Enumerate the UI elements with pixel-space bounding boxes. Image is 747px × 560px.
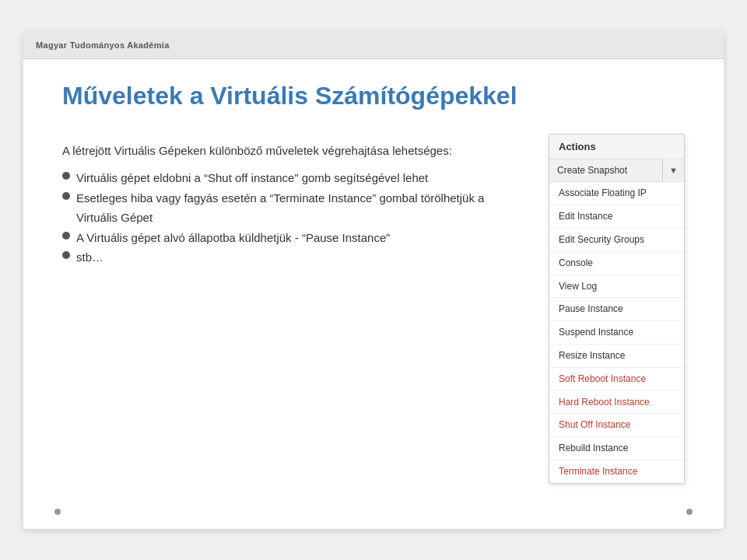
- bullet-text: Esetleges hiba vagy fagyás esetén a “Ter…: [76, 188, 517, 228]
- action-item[interactable]: Terminate Instance: [549, 460, 684, 483]
- action-item[interactable]: Rebuild Instance: [549, 437, 684, 460]
- action-item[interactable]: Shut Off Instance: [549, 414, 684, 437]
- action-item[interactable]: Suspend Instance: [549, 321, 684, 345]
- action-item[interactable]: Console: [549, 252, 684, 275]
- bullet-list: Virtuális gépet eldobni a “Shut off inst…: [62, 168, 517, 268]
- action-item[interactable]: Soft Reboot Instance: [549, 368, 684, 391]
- bullet-text: stb…: [76, 247, 103, 268]
- action-item[interactable]: Edit Security Groups: [549, 229, 684, 252]
- slide: Magyar Tudományos Akadémia Műveletek a V…: [23, 31, 724, 529]
- list-item: stb…: [62, 247, 517, 268]
- action-item[interactable]: Pause Instance: [549, 298, 684, 321]
- bullet-dot-icon: [62, 232, 70, 240]
- logo-text: Magyar Tudományos Akadémia: [36, 40, 170, 50]
- slide-dots: [23, 509, 724, 515]
- create-snapshot-button[interactable]: Create Snapshot: [549, 159, 663, 181]
- bullet-dot-icon: [62, 192, 70, 200]
- action-item[interactable]: View Log: [549, 275, 684, 299]
- bullet-text: Virtuális gépet eldobni a “Shut off inst…: [76, 168, 428, 188]
- list-item: Esetleges hiba vagy fagyás esetén a “Ter…: [62, 188, 517, 228]
- list-item: Virtuális gépet eldobni a “Shut off inst…: [62, 168, 517, 188]
- action-item[interactable]: Hard Reboot Instance: [549, 391, 684, 415]
- create-snapshot-row: Create Snapshot ▼: [549, 159, 684, 182]
- slide-text-area: A létrejött Virtuális Gépeken különböző …: [62, 142, 517, 268]
- intro-text: A létrejött Virtuális Gépeken különböző …: [62, 142, 517, 160]
- slide-main: A létrejött Virtuális Gépeken különböző …: [62, 142, 685, 483]
- slide-dot-left: [54, 509, 61, 515]
- slide-topbar: Magyar Tudományos Akadémia: [23, 31, 724, 59]
- action-item[interactable]: Associate Floating IP: [549, 182, 684, 205]
- bullet-dot-icon: [62, 172, 70, 180]
- slide-title: Műveletek a Virtuális Számítógépekkel: [62, 81, 685, 110]
- bullet-text: A Virtuális gépet alvó állapotba küldhet…: [76, 228, 390, 248]
- actions-panel: Actions Create Snapshot ▼ Associate Floa…: [549, 134, 685, 483]
- list-item: A Virtuális gépet alvó állapotba küldhet…: [62, 228, 517, 248]
- slide-content: Műveletek a Virtuális Számítógépekkel A …: [23, 59, 724, 506]
- slide-dot-right: [686, 509, 693, 515]
- action-item[interactable]: Edit Instance: [549, 205, 684, 229]
- actions-items-container: Associate Floating IPEdit InstanceEdit S…: [549, 182, 684, 482]
- create-snapshot-dropdown-button[interactable]: ▼: [663, 160, 684, 180]
- actions-header: Actions: [549, 135, 684, 159]
- action-item[interactable]: Resize Instance: [549, 345, 684, 368]
- bullet-dot-icon: [62, 251, 70, 259]
